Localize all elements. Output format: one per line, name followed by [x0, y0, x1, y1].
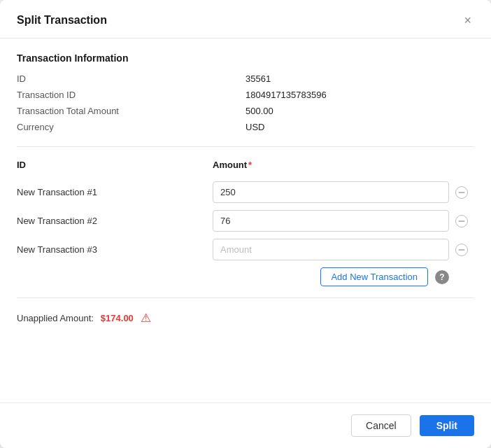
remove-transaction-3-button[interactable] — [449, 242, 474, 258]
total-amount-label: Transaction Total Amount — [17, 106, 246, 116]
col-id-header: ID — [17, 160, 213, 170]
transaction-1-label: New Transaction #1 — [17, 187, 213, 197]
transaction-2-label: New Transaction #2 — [17, 216, 213, 226]
add-new-transaction-button[interactable]: Add New Transaction — [320, 267, 428, 286]
table-header: ID Amount* — [17, 160, 474, 177]
remove-icon — [455, 186, 468, 199]
split-transaction-dialog: Split Transaction × Transaction Informat… — [0, 0, 491, 448]
unapplied-amount: $174.00 — [101, 313, 134, 323]
transaction-row: New Transaction #3 — [17, 239, 474, 260]
dialog-footer: Cancel Split — [0, 402, 491, 448]
section-title: Transaction Information — [17, 52, 474, 64]
divider-1 — [17, 146, 474, 147]
transaction-info-grid: ID 35561 Transaction ID 1804917135783596… — [17, 74, 474, 132]
warning-icon: ⚠ — [141, 311, 151, 326]
close-button[interactable]: × — [461, 13, 474, 28]
transaction-3-label: New Transaction #3 — [17, 244, 213, 255]
id-value: 35561 — [246, 74, 474, 84]
divider-2 — [17, 298, 474, 298]
split-button[interactable]: Split — [420, 415, 474, 436]
transaction-1-amount-input[interactable] — [213, 181, 449, 203]
transaction-id-label: Transaction ID — [17, 90, 246, 100]
remove-icon — [455, 244, 468, 256]
unapplied-label: Unapplied Amount: — [17, 313, 94, 323]
currency-value: USD — [246, 122, 474, 132]
remove-transaction-1-button[interactable] — [449, 185, 474, 200]
transaction-row: New Transaction #1 — [17, 181, 474, 203]
transaction-3-amount-input[interactable] — [213, 239, 449, 260]
transaction-id-value: 1804917135783596 — [246, 90, 474, 100]
transaction-row: New Transaction #2 — [17, 210, 474, 232]
help-icon[interactable]: ? — [435, 270, 449, 284]
currency-label: Currency — [17, 122, 246, 132]
remove-transaction-2-button[interactable] — [449, 214, 474, 229]
dialog-title: Split Transaction — [17, 14, 107, 27]
transaction-2-amount-input[interactable] — [213, 210, 449, 232]
required-star: * — [248, 160, 252, 170]
unapplied-row: Unapplied Amount: $174.00 ⚠ — [17, 308, 474, 328]
col-amount-header: Amount* — [213, 160, 449, 170]
dialog-header: Split Transaction × — [0, 0, 491, 38]
id-label: ID — [17, 74, 246, 84]
add-transaction-row: Add New Transaction ? — [17, 267, 474, 286]
dialog-body: Transaction Information ID 35561 Transac… — [0, 38, 491, 402]
remove-icon — [455, 215, 468, 227]
cancel-button[interactable]: Cancel — [351, 414, 411, 437]
total-amount-value: 500.00 — [246, 106, 474, 116]
